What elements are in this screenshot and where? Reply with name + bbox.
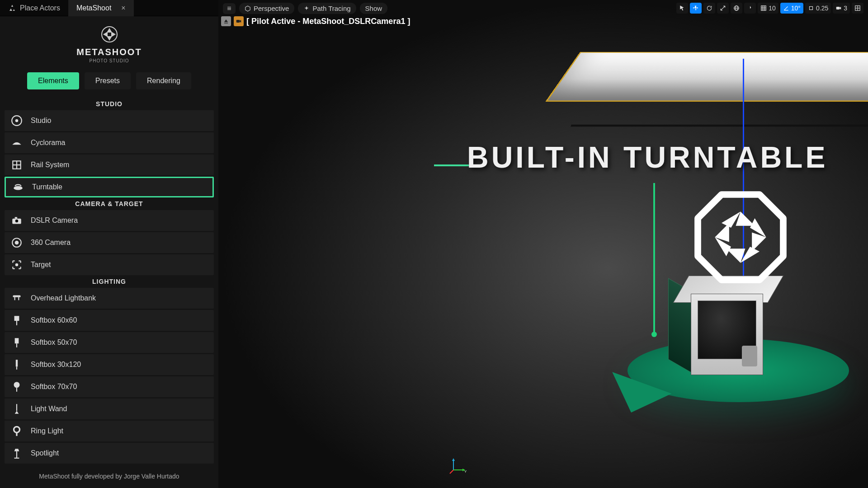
- item-softbox-50x70[interactable]: Softbox 50x70: [5, 332, 214, 353]
- camera-icon: [10, 214, 24, 227]
- viewport-path-tracing-button[interactable]: Path Tracing: [298, 3, 356, 14]
- item-light-wand[interactable]: Light Wand: [5, 399, 214, 419]
- item-label: Softbox 50x70: [31, 338, 77, 347]
- scene-printer-object: [691, 276, 786, 380]
- item-360-camera[interactable]: 360 Camera: [5, 232, 214, 253]
- translate-tool[interactable]: [690, 3, 702, 14]
- svg-rect-20: [16, 360, 18, 366]
- scale-snap-icon: [808, 5, 814, 11]
- angle-snap-button[interactable]: 10°: [780, 3, 803, 14]
- scene-axis-y: [653, 183, 655, 334]
- svg-rect-37: [809, 7, 812, 10]
- item-overhead-lightbank[interactable]: Overhead Lightbank: [5, 288, 214, 309]
- item-spotlight[interactable]: Spotlight: [5, 443, 214, 464]
- svg-point-2: [15, 119, 19, 122]
- item-studio[interactable]: Studio: [5, 110, 214, 131]
- tab-label: MetaShoot: [76, 4, 111, 12]
- grid-snap-button[interactable]: 10: [758, 3, 778, 14]
- studio-icon: [10, 114, 24, 127]
- item-label: Target: [31, 261, 51, 269]
- mode-tabs: Elements Presets Rendering: [0, 69, 218, 98]
- tab-metashoot[interactable]: MetaShoot ×: [68, 0, 134, 16]
- viewport-perspective-button[interactable]: Perspective: [239, 3, 294, 14]
- camera-icon: [236, 18, 242, 24]
- item-turntable[interactable]: Turntable: [5, 177, 214, 197]
- scale-tool[interactable]: [717, 3, 729, 14]
- grid-icon: [760, 5, 767, 11]
- svg-line-48: [450, 470, 453, 474]
- gizmo-y-label: Y: [464, 469, 467, 474]
- close-icon[interactable]: ×: [121, 4, 125, 12]
- brand-name: METASHOOT: [76, 47, 142, 57]
- target-icon: [10, 258, 24, 272]
- item-label: Softbox 60x60: [31, 316, 77, 324]
- angle-icon: [783, 5, 789, 11]
- camera-speed-value: 3: [844, 5, 847, 12]
- place-actors-icon: [8, 4, 16, 12]
- viewport-show-button[interactable]: Show: [360, 3, 388, 14]
- item-rail-system[interactable]: Rail System: [5, 155, 214, 175]
- button-label: Show: [365, 5, 382, 12]
- pilot-eject-button[interactable]: [221, 16, 231, 26]
- button-label: Perspective: [254, 5, 289, 12]
- viewport-menu-button[interactable]: ≡: [223, 3, 236, 14]
- item-label: Softbox 30x120: [31, 361, 81, 369]
- svg-rect-13: [13, 296, 20, 297]
- svg-point-22: [14, 382, 20, 388]
- mode-elements[interactable]: Elements: [27, 72, 79, 89]
- camera-speed-button[interactable]: 3: [833, 3, 850, 14]
- item-dslr-camera[interactable]: DSLR Camera: [5, 210, 214, 231]
- item-label: Light Wand: [31, 405, 67, 413]
- section-lighting: LIGHTING: [0, 275, 218, 288]
- pilot-camera-button[interactable]: [234, 16, 244, 26]
- move-icon: [693, 5, 699, 11]
- item-ring-light[interactable]: Ring Light: [5, 421, 214, 441]
- svg-point-8: [15, 220, 19, 223]
- layout-icon: [854, 5, 861, 11]
- pilot-bar: [ Pilot Active - MetaShoot_DSLRCamera1 ]: [221, 16, 410, 26]
- scale-snap-button[interactable]: 0.25: [805, 3, 831, 14]
- softbox-icon: [10, 336, 24, 349]
- item-label: Overhead Lightbank: [31, 294, 96, 302]
- viewport-layout-button[interactable]: [852, 3, 863, 14]
- viewport-toolbar-left: ≡ Perspective Path Tracing Show: [218, 0, 392, 17]
- item-cyclorama[interactable]: Cyclorama: [5, 132, 214, 153]
- wand-icon: [10, 402, 24, 416]
- svg-rect-18: [15, 338, 19, 343]
- rotate-tool[interactable]: [703, 3, 715, 14]
- rail-icon: [10, 158, 24, 172]
- svg-marker-45: [452, 458, 455, 461]
- camera-360-icon: [10, 236, 24, 249]
- item-softbox-30x120[interactable]: Softbox 30x120: [5, 354, 214, 375]
- item-softbox-70x70[interactable]: Softbox 70x70: [5, 376, 214, 397]
- svg-rect-42: [236, 20, 240, 23]
- softbox-icon: [10, 358, 24, 371]
- mode-rendering[interactable]: Rendering: [136, 72, 191, 89]
- tab-place-actors[interactable]: Place Actors: [0, 0, 68, 16]
- ring-light-icon: [10, 424, 24, 438]
- svg-rect-38: [836, 7, 840, 9]
- section-camera-target: CAMERA & TARGET: [0, 197, 218, 210]
- snap-surface-icon: [747, 5, 753, 11]
- svg-rect-32: [761, 6, 766, 11]
- button-label: Path Tracing: [312, 5, 350, 12]
- select-tool[interactable]: [676, 3, 688, 14]
- viewport-toolbar-right: 10 10° 0.25 3: [672, 0, 868, 16]
- item-label: DSLR Camera: [31, 216, 78, 225]
- item-label: Studio: [31, 117, 51, 125]
- mode-presets[interactable]: Presets: [85, 72, 131, 89]
- overlay-title: BUILT-IN TURNTABLE: [467, 140, 828, 174]
- hamburger-icon: ≡: [227, 5, 231, 13]
- viewport[interactable]: ≡ Perspective Path Tracing Show 10 10°: [218, 0, 868, 488]
- scale-icon: [720, 5, 726, 11]
- coord-space-button[interactable]: [731, 3, 742, 14]
- surface-snap-button[interactable]: [744, 3, 756, 14]
- item-softbox-60x60[interactable]: Softbox 60x60: [5, 310, 214, 331]
- softbox-icon: [10, 314, 24, 327]
- item-target[interactable]: Target: [5, 254, 214, 275]
- sidebar-panel: Place Actors MetaShoot × METASHOOT PHOTO…: [0, 0, 218, 488]
- svg-point-11: [15, 241, 19, 245]
- item-label: Cyclorama: [31, 139, 65, 147]
- turntable-icon: [11, 180, 25, 194]
- angle-snap-value: 10°: [791, 5, 801, 12]
